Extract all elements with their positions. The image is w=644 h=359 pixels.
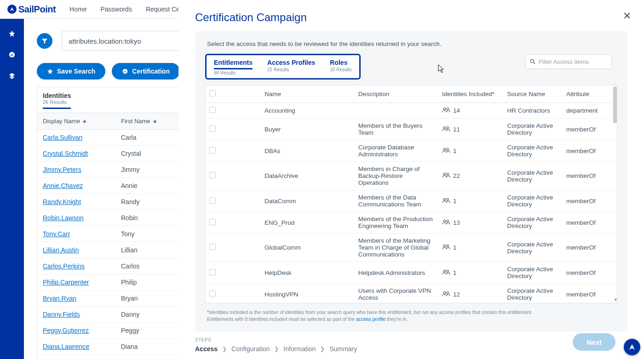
cell-description: Members of the Production Engineering Te… (355, 212, 438, 234)
filter-placeholder: Filter Access Items (539, 58, 589, 65)
row-checkbox[interactable] (209, 147, 216, 154)
entitlement-row: ENG_ProdMembers of the Production Engine… (206, 212, 617, 234)
brand-logo[interactable]: SailPoint (7, 4, 56, 15)
scrollbar-down-icon[interactable]: ▾ (615, 297, 617, 302)
row-checkbox[interactable] (209, 125, 216, 132)
identity-link[interactable]: Annie.Chavez (43, 182, 83, 189)
svg-point-2 (530, 59, 534, 63)
cell-attribute: memberOf (563, 140, 617, 162)
svg-point-19 (447, 270, 449, 272)
people-icon (442, 291, 450, 298)
identity-link[interactable]: Carla.Sullivan (43, 134, 82, 141)
cell-description (355, 103, 438, 119)
breadcrumb: Access ❯ Configuration ❯ Information ❯ S… (195, 345, 357, 353)
tab-roles[interactable]: Roles 10 Results (322, 55, 359, 78)
cell-identities-included: 11 (438, 119, 503, 140)
star-icon[interactable] (6, 25, 18, 42)
nav-passwords[interactable]: Passwords (100, 6, 132, 13)
chevron-right-icon: ❯ (320, 346, 325, 352)
filter-access-items[interactable]: Filter Access Items (525, 54, 612, 69)
certification-button[interactable]: Certification (112, 63, 180, 80)
entitlement-row: DataArchiveMembers in Charge of Backup-R… (206, 162, 617, 190)
modal-instruction: Select the access that needs to be revie… (195, 40, 627, 54)
svg-point-5 (447, 108, 449, 110)
entitlement-row: BuyerMembers of the Buyers Team 11Corpor… (206, 119, 617, 140)
step-access[interactable]: Access (195, 345, 218, 353)
row-checkbox[interactable] (209, 269, 216, 275)
select-all-checkbox[interactable] (209, 90, 216, 97)
identity-link[interactable]: Tony.Carr (43, 230, 70, 238)
step-information[interactable]: Information (283, 345, 316, 353)
nav-home[interactable]: Home (69, 6, 86, 13)
people-icon (442, 107, 450, 114)
svg-point-17 (447, 245, 449, 247)
col-description[interactable]: Description (355, 85, 438, 103)
scrollbar-thumb[interactable] (613, 86, 617, 123)
cell-identities-included: 1 (438, 262, 503, 284)
next-button[interactable]: Next (573, 333, 615, 351)
col-name[interactable]: Name (261, 85, 355, 103)
svg-point-11 (447, 173, 449, 176)
help-widget-button[interactable] (624, 339, 640, 355)
identities-tab-title[interactable]: Identities (43, 92, 71, 99)
entitlements-grid: ▾ Name Description Identities Included* … (205, 85, 617, 303)
cell-description: Members of the Buyers Team (355, 119, 438, 140)
cell-name: HelpDesk (261, 262, 355, 284)
cell-source-name: Corporate Active Directory (503, 119, 563, 140)
layers-icon[interactable] (6, 68, 18, 84)
chevron-right-icon: ❯ (274, 346, 279, 352)
identity-link[interactable]: Philip.Carpenter (43, 279, 89, 286)
identity-link[interactable]: Carlos.Perkins (43, 262, 85, 270)
svg-point-6 (443, 126, 446, 129)
people-icon (442, 244, 450, 251)
close-icon[interactable]: ✕ (623, 10, 631, 22)
modal-body: Select the access that needs to be revie… (195, 31, 627, 331)
cell-identities-included: 22 (438, 162, 503, 190)
people-icon (442, 197, 450, 205)
row-checkbox[interactable] (209, 197, 216, 204)
save-search-button[interactable]: Save Search (37, 63, 105, 80)
cell-description: Users with Corporate VPN Access (355, 284, 438, 304)
identity-link[interactable]: Lillian.Austin (43, 246, 79, 254)
access-profile-link[interactable]: access profile (356, 316, 385, 322)
col-identities-included[interactable]: Identities Included* (438, 85, 503, 103)
step-summary[interactable]: Summary (329, 345, 357, 353)
svg-point-14 (443, 220, 446, 222)
entitlement-row: GlobalCommMembers of the Marketing Team … (206, 234, 617, 262)
tab-access-profiles[interactable]: Access Profiles 22 Results (260, 55, 322, 78)
cell-description: Helpdesk Administrators (355, 262, 438, 284)
row-checkbox[interactable] (209, 291, 216, 297)
cell-source-name: Corporate Active Directory (503, 212, 563, 234)
identity-link[interactable]: Crystal.Schmidt (43, 150, 88, 157)
cell-source-name: Corporate Active Directory (503, 262, 563, 284)
identity-link[interactable]: Peggy.Gutierrez (43, 327, 89, 334)
check-badge-icon (122, 68, 128, 74)
identity-link[interactable]: Danny.Fields (43, 311, 80, 318)
col-display-name[interactable]: Display Name◆ (37, 113, 115, 129)
svg-point-4 (443, 108, 446, 110)
col-source-name[interactable]: Source Name (503, 85, 563, 103)
identity-link[interactable]: Randy.Knight (43, 198, 81, 205)
tab-entitlements[interactable]: Entitlements 68 Results (207, 55, 260, 78)
certification-label: Certification (132, 68, 170, 75)
identity-link[interactable]: Robin.Lawson (43, 214, 84, 222)
svg-line-3 (534, 63, 535, 64)
svg-point-16 (443, 245, 446, 247)
step-configuration[interactable]: Configuration (231, 345, 270, 353)
row-checkbox[interactable] (209, 172, 216, 178)
identity-link[interactable]: Jimmy.Peters (43, 166, 81, 173)
identity-link[interactable]: Diana.Lawrence (43, 343, 89, 350)
filter-button[interactable] (37, 33, 52, 49)
entitlement-row: DataCommMembers of the Data Communicatio… (206, 190, 617, 212)
col-attribute[interactable]: Attribute (563, 85, 617, 103)
entitlement-row: Accounting 14HR Contractorsdepartment (206, 103, 617, 119)
cell-description: Members of the Data Communications Team (355, 190, 438, 212)
people-icon (442, 269, 450, 277)
check-badge-icon[interactable] (6, 46, 18, 63)
identity-link[interactable]: Bryan.Ryan (43, 295, 76, 302)
row-checkbox[interactable] (209, 244, 216, 250)
search-icon (529, 58, 536, 65)
row-checkbox[interactable] (209, 107, 216, 113)
chevron-right-icon: ❯ (222, 346, 227, 352)
row-checkbox[interactable] (209, 219, 216, 225)
